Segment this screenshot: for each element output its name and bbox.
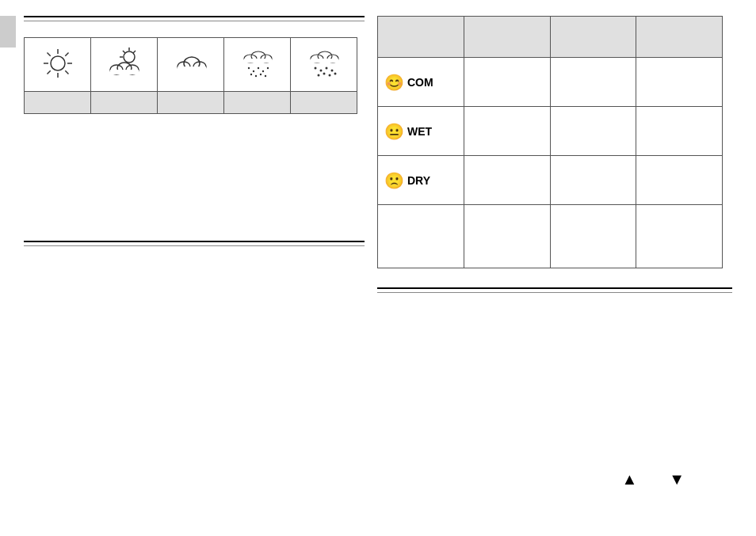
svg-point-40 xyxy=(319,70,322,72)
weather-icon-table xyxy=(24,37,357,114)
svg-point-45 xyxy=(328,74,330,77)
svg-point-32 xyxy=(254,75,256,77)
svg-point-0 xyxy=(51,56,65,70)
weather-cell-snow xyxy=(291,38,357,92)
svg-line-12 xyxy=(123,51,125,53)
grid-header-3 xyxy=(550,17,636,58)
svg-point-34 xyxy=(264,75,265,77)
mid-thin-line xyxy=(24,245,365,246)
wet-cell-1 xyxy=(464,107,550,156)
svg-point-41 xyxy=(325,67,327,70)
wet-text: WET xyxy=(407,125,432,138)
dry-cell-3 xyxy=(636,156,723,205)
wet-label: 😐 WET xyxy=(384,122,457,141)
svg-point-46 xyxy=(334,73,336,75)
empty-cell-2 xyxy=(550,205,636,268)
svg-point-42 xyxy=(330,70,333,72)
com-cell-3 xyxy=(636,58,723,107)
com-row-label: 😊 COM xyxy=(378,58,464,107)
svg-point-28 xyxy=(257,67,258,69)
weather-cell-partly-cloudy xyxy=(91,38,158,92)
dry-cell-1 xyxy=(464,156,550,205)
neutral-smiley-icon: 😐 xyxy=(384,122,404,141)
dry-label: 🙁 DRY xyxy=(384,171,457,190)
svg-point-30 xyxy=(266,67,268,69)
svg-point-9 xyxy=(124,51,135,63)
right-column: 😊 COM 😐 WET xyxy=(377,16,732,302)
svg-point-26 xyxy=(247,67,249,69)
com-label: 😊 COM xyxy=(384,73,457,92)
sun-icon xyxy=(36,46,79,81)
svg-rect-38 xyxy=(311,59,338,63)
com-text: COM xyxy=(407,76,433,89)
wet-row-label: 😐 WET xyxy=(378,107,464,156)
com-cell-1 xyxy=(464,58,550,107)
grid-header-4 xyxy=(636,17,723,58)
weather-cell-rain xyxy=(224,38,291,92)
sad-smiley-icon: 🙁 xyxy=(384,171,404,190)
cloudy-icon xyxy=(170,46,212,81)
dry-row-label: 🙁 DRY xyxy=(378,156,464,205)
bottom-thin-line xyxy=(377,292,732,293)
rain-icon xyxy=(236,46,279,81)
arrow-section: ▲ ▼ xyxy=(621,470,685,488)
svg-line-8 xyxy=(47,70,50,74)
bottom-dividers xyxy=(377,287,732,293)
happy-smiley-icon: 😊 xyxy=(384,73,404,92)
left-column xyxy=(24,16,365,262)
empty-cell-3 xyxy=(636,205,723,268)
svg-point-39 xyxy=(314,67,316,70)
weather-label-2 xyxy=(91,92,158,114)
down-arrow-icon[interactable]: ▼ xyxy=(669,470,685,488)
dry-text: DRY xyxy=(407,174,430,187)
top-divider-line xyxy=(24,16,365,17)
wet-cell-2 xyxy=(550,107,636,156)
condition-grid: 😊 COM 😐 WET xyxy=(377,16,723,268)
svg-point-27 xyxy=(252,70,254,72)
weather-label-1 xyxy=(25,92,91,114)
grid-header-1 xyxy=(378,17,464,58)
tab-marker xyxy=(0,16,16,48)
svg-rect-17 xyxy=(110,70,139,74)
svg-line-7 xyxy=(65,53,68,56)
weather-label-4 xyxy=(224,92,291,114)
svg-point-44 xyxy=(323,73,325,75)
wet-cell-3 xyxy=(636,107,723,156)
snow-icon xyxy=(303,46,346,81)
weather-cell-cloudy xyxy=(158,38,224,92)
empty-cell-1 xyxy=(464,205,550,268)
weather-cell-sunny xyxy=(25,38,91,92)
svg-line-13 xyxy=(133,51,136,53)
weather-label-5 xyxy=(291,92,357,114)
svg-line-6 xyxy=(65,70,68,74)
svg-point-29 xyxy=(262,70,263,72)
svg-point-33 xyxy=(259,74,261,75)
svg-point-43 xyxy=(317,74,319,77)
up-arrow-icon[interactable]: ▲ xyxy=(621,470,637,488)
mid-dividers xyxy=(24,241,365,246)
svg-rect-25 xyxy=(244,59,272,63)
weather-label-3 xyxy=(158,92,224,114)
com-cell-2 xyxy=(550,58,636,107)
thin-divider-line xyxy=(24,21,365,21)
dry-cell-2 xyxy=(550,156,636,205)
mid-top-line xyxy=(24,241,365,242)
svg-point-31 xyxy=(250,74,251,75)
grid-header-2 xyxy=(464,17,550,58)
svg-rect-21 xyxy=(178,67,206,73)
partly-cloudy-icon xyxy=(97,46,151,81)
empty-row-label xyxy=(378,205,464,268)
bottom-top-line xyxy=(377,287,732,289)
svg-line-5 xyxy=(47,53,50,56)
